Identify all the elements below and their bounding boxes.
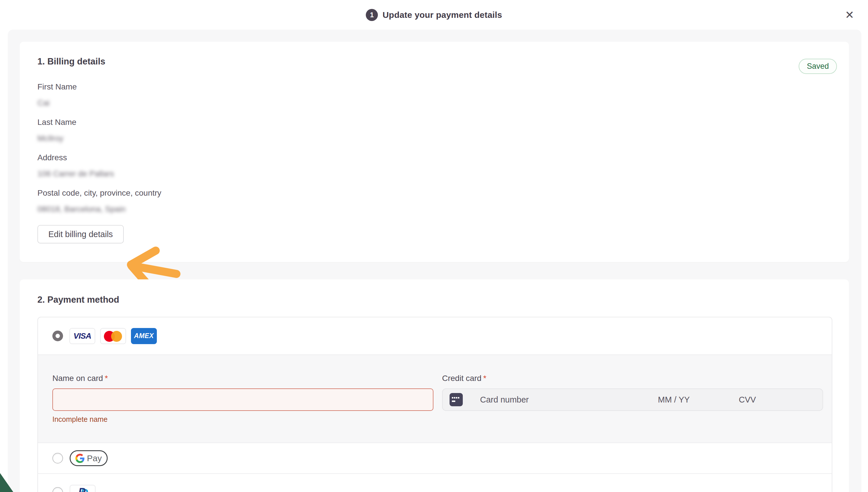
svg-text:P: P [78,487,86,492]
first-name-value: Cai [38,98,49,108]
amex-logo-icon: AMEX [131,328,157,344]
paypal-logo-icon: P P PayPal [70,485,96,492]
credit-card-radio[interactable] [52,330,63,341]
expiry-placeholder: MM / YY [658,395,690,404]
modal-header: 1 Update your payment details ✕ [0,0,868,30]
billing-section-title: 1. Billing details [38,56,831,67]
name-on-card-input[interactable] [52,388,433,411]
paypal-radio[interactable] [52,487,63,492]
edit-billing-details-button[interactable]: Edit billing details [38,225,124,243]
card-brand-logos: VISA AMEX [69,328,157,344]
card-form-section: Name on card* Incomplete name Credit car… [38,355,832,443]
step-indicator: 1 Update your payment details [366,9,502,21]
credit-card-column: Credit card* Card number MM / YY [442,373,823,423]
payment-section-title: 2. Payment method [38,294,832,305]
gpay-label: Pay [87,453,102,463]
postal-city-label: Postal code, city, province, country [38,188,831,198]
credit-card-option-row[interactable]: VISA AMEX [38,317,832,354]
paypal-option-row[interactable]: P P PayPal [38,474,832,492]
last-name-value: McIlroy [38,133,63,143]
google-g-icon [75,454,85,463]
address-value: 106 Carrer de Pallars [38,169,114,179]
payment-update-page: { "header": { "step_number": "1", "title… [0,0,868,492]
card-number-placeholder: Card number [480,395,529,404]
payment-options-box: VISA AMEX Name on card* [38,317,832,492]
address-label: Address [38,153,831,163]
cvv-placeholder: CVV [739,395,756,404]
credit-card-input[interactable]: Card number MM / YY CVV [442,388,823,411]
step-number-badge: 1 [366,9,378,21]
content-panel: 1. Billing details Saved First Name Cai … [8,30,861,492]
first-name-label: First Name [38,82,831,92]
name-error-message: Incomplete name [52,415,433,423]
required-asterisk: * [483,374,486,383]
status-badge: Saved [799,59,837,74]
postal-city-value: 08018, Barcelona, Spain [38,204,126,214]
payment-method-card: 2. Payment method VISA AMEX [20,279,849,492]
mastercard-logo-icon [100,328,126,344]
google-pay-radio[interactable] [52,453,63,464]
name-on-card-column: Name on card* Incomplete name [52,373,433,423]
google-pay-option-row[interactable]: Pay [38,443,832,473]
paypal-monogram-icon: P P [76,487,89,492]
billing-details-card: 1. Billing details Saved First Name Cai … [20,42,849,262]
last-name-label: Last Name [38,117,831,127]
required-asterisk: * [105,374,108,383]
credit-card-icon [450,393,463,406]
credit-card-label: Credit card* [442,373,823,383]
visa-logo-icon: VISA [69,328,95,344]
google-pay-logo-icon: Pay [70,450,107,466]
name-on-card-label: Name on card* [52,373,433,383]
close-icon[interactable]: ✕ [843,8,857,22]
page-title: Update your payment details [383,10,502,20]
